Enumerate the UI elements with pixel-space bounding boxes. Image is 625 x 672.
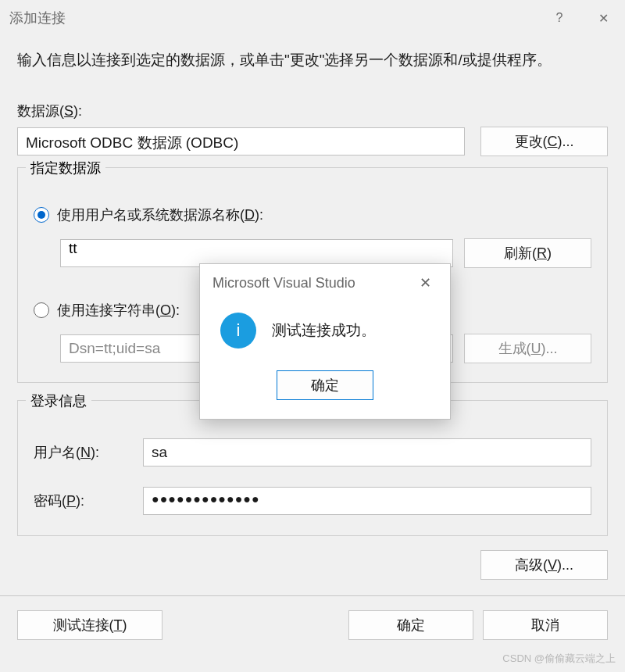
popup-footer: 确定 — [200, 370, 450, 419]
footer-right: 确定 取消 — [348, 610, 608, 640]
cancel-button[interactable]: 取消 — [483, 610, 608, 640]
instruction-text: 输入信息以连接到选定的数据源，或单击"更改"选择另一个数据源和/或提供程序。 — [17, 50, 608, 70]
username-input[interactable]: sa — [143, 438, 591, 466]
ok-button[interactable]: 确定 — [348, 610, 473, 640]
popup-close-button[interactable]: ✕ — [409, 274, 441, 291]
password-input[interactable]: ●●●●●●●●●●●●● — [143, 487, 591, 515]
build-button[interactable]: 生成(U)... — [464, 334, 591, 363]
radio-conn[interactable] — [34, 302, 49, 318]
dialog-footer: 测试连接(T) 确定 取消 — [0, 596, 625, 654]
popup-ok-button[interactable]: 确定 — [277, 370, 373, 400]
specify-legend: 指定数据源 — [26, 159, 105, 177]
password-row: 密码(P): ●●●●●●●●●●●●● — [34, 487, 591, 515]
dialog-title: 添加连接 — [9, 9, 66, 27]
username-row: 用户名(N): sa — [34, 438, 591, 466]
datasource-row: Microsoft ODBC 数据源 (ODBC) 更改(C)... — [17, 127, 608, 156]
radio-dsn[interactable] — [34, 207, 49, 223]
message-popup: Microsoft Visual Studio ✕ i 测试连接成功。 确定 — [199, 263, 451, 420]
info-icon: i — [220, 313, 256, 349]
login-fieldset: 登录信息 用户名(N): sa 密码(P): ●●●●●●●●●●●●● — [17, 400, 608, 536]
popup-body: i 测试连接成功。 — [200, 302, 450, 370]
popup-title: Microsoft Visual Studio — [212, 275, 355, 291]
test-connection-button[interactable]: 测试连接(T) — [17, 610, 162, 640]
change-button[interactable]: 更改(C)... — [480, 127, 608, 156]
datasource-value: Microsoft ODBC 数据源 (ODBC) — [17, 127, 465, 155]
radio-dsn-label: 使用用户名或系统数据源名称(D): — [57, 206, 263, 224]
datasource-label: 数据源(S): — [17, 102, 608, 120]
help-button[interactable]: ? — [538, 0, 581, 36]
dialog-titlebar: 添加连接 ? ✕ — [0, 0, 625, 36]
advanced-row: 高级(V)... — [17, 550, 608, 580]
password-label: 密码(P): — [34, 491, 132, 510]
popup-message: 测试连接成功。 — [272, 320, 376, 341]
watermark: CSDN @偷偷藏云端之上 — [502, 652, 616, 666]
advanced-button[interactable]: 高级(V)... — [480, 550, 608, 580]
username-label: 用户名(N): — [34, 443, 132, 462]
radio-conn-label: 使用连接字符串(O): — [57, 301, 180, 320]
titlebar-controls: ? ✕ — [538, 0, 625, 36]
login-legend: 登录信息 — [26, 391, 91, 410]
popup-titlebar: Microsoft Visual Studio ✕ — [200, 264, 450, 302]
close-button[interactable]: ✕ — [581, 0, 625, 36]
refresh-button[interactable]: 刷新(R) — [464, 238, 591, 268]
radio-dsn-row[interactable]: 使用用户名或系统数据源名称(D): — [34, 206, 591, 224]
add-connection-dialog: 添加连接 ? ✕ 输入信息以连接到选定的数据源，或单击"更改"选择另一个数据源和… — [0, 0, 625, 672]
